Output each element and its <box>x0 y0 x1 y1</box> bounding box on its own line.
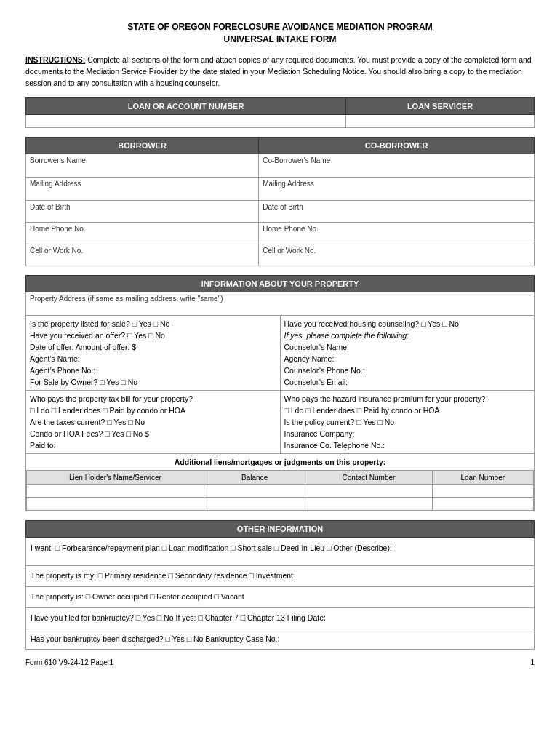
property-counseling-label: Have you received housing counseling? □ … <box>284 318 531 330</box>
borrower-name-label: Borrower's Name <box>30 156 255 164</box>
liens-col1-header: Lien Holder's Name/Servicer <box>27 471 204 485</box>
liens-col3-header: Contact Number <box>305 471 432 485</box>
borrower-address-label: Mailing Address <box>30 180 255 188</box>
footer: Form 610 V9-24-12 Page 1 1 <box>25 658 535 666</box>
loan-servicer-value[interactable] <box>346 115 535 128</box>
liens-row1-name[interactable] <box>27 485 204 498</box>
property-insurance-label: Who pays the hazard insurance premium fo… <box>284 393 531 405</box>
title-line2: UNIVERSAL INTAKE FORM <box>25 34 535 44</box>
other-info-line3: The property is: □ Owner occupied □ Rent… <box>26 586 535 607</box>
property-policy-current-label: Is the policy current? □ Yes □ No <box>284 416 531 428</box>
borrower-table: BORROWER CO-BORROWER Borrower's Name Co-… <box>25 137 535 266</box>
coborrower-header: CO-BORROWER <box>259 138 535 154</box>
property-left-listing: Is the property listed for sale? □ Yes □… <box>26 316 281 391</box>
liens-row-1 <box>27 485 534 498</box>
liens-row1-contact[interactable] <box>305 485 432 498</box>
loan-account-value[interactable] <box>26 115 346 128</box>
coborrower-address-cell: Mailing Address <box>259 178 535 201</box>
property-tax-current-label: Are the taxes current? □ Yes □ No <box>30 416 276 428</box>
property-agent-phone-label: Agent’s Phone No.: <box>30 364 276 376</box>
liens-row2-name[interactable] <box>27 498 204 511</box>
borrower-cell-cell: Cell or Work No. <box>26 244 259 266</box>
coborrower-address-label: Mailing Address <box>263 180 530 188</box>
other-info-header: OTHER INFORMATION <box>26 521 535 538</box>
other-info-line2: The property is my: □ Primary residence … <box>26 566 535 587</box>
property-address-label: Property Address (if same as mailing add… <box>30 295 530 303</box>
coborrower-dob-label: Date of Birth <box>263 203 530 211</box>
title-line1: STATE OF OREGON FORECLOSURE AVOIDANCE ME… <box>25 22 535 32</box>
liens-header-cell: Additional liens/mortgages or judgments … <box>26 454 535 471</box>
loan-table: LOAN OR ACCOUNT NUMBER LOAN SERVICER <box>25 97 535 128</box>
property-header: INFORMATION ABOUT YOUR PROPERTY <box>26 276 535 292</box>
property-ifyes-label: If yes, please complete the following: <box>284 330 531 341</box>
other-info-line4: Have you filed for bankruptcy? □ Yes □ N… <box>26 607 535 629</box>
property-tax-cell: Who pays the property tax bill for your … <box>26 391 281 454</box>
property-counselor-name-label: Counselor’s Name: <box>284 341 531 353</box>
property-counselor-email-label: Counselor’s Email: <box>284 376 531 388</box>
property-counselor-phone-label: Counselor’s Phone No.: <box>284 364 531 376</box>
liens-cols-cell: Lien Holder's Name/Servicer Balance Cont… <box>26 471 535 511</box>
borrower-cell-label: Cell or Work No. <box>30 247 255 255</box>
liens-col4-header: Loan Number <box>432 471 533 485</box>
property-offer-label: Have you received an offer? □ Yes □ No <box>30 330 276 341</box>
other-info-line1: I want: □ Forbearance/repayment plan □ L… <box>26 538 535 566</box>
liens-row-2 <box>27 498 534 511</box>
loan-servicer-header: LOAN SERVICER <box>346 98 535 115</box>
coborrower-dob-cell: Date of Birth <box>259 201 535 223</box>
borrower-header: BORROWER <box>26 138 259 154</box>
other-info-table: OTHER INFORMATION I want: □ Forbearance/… <box>25 520 535 650</box>
property-agent-name-label: Agent’s Name: <box>30 353 276 364</box>
footer-right: 1 <box>530 658 535 666</box>
coborrower-name-label: Co-Borrower's Name <box>263 156 530 164</box>
property-right-counseling: Have you received housing counseling? □ … <box>280 316 535 391</box>
property-address-cell: Property Address (if same as mailing add… <box>26 292 535 316</box>
other-info-line5: Has your bankruptcy been discharged? □ Y… <box>26 629 535 650</box>
liens-row1-balance[interactable] <box>204 485 305 498</box>
loan-account-header: LOAN OR ACCOUNT NUMBER <box>26 98 346 115</box>
property-offer-date-label: Date of offer: Amount of offer: $ <box>30 341 276 353</box>
borrower-name-cell: Borrower's Name <box>26 154 259 178</box>
liens-row2-contact[interactable] <box>305 498 432 511</box>
coborrower-cell-cell: Cell or Work No. <box>259 244 535 266</box>
coborrower-phone-cell: Home Phone No. <box>259 223 535 244</box>
property-insurance-cell: Who pays the hazard insurance premium fo… <box>280 391 535 454</box>
coborrower-cell-label: Cell or Work No. <box>263 247 530 255</box>
liens-row1-loan[interactable] <box>432 485 533 498</box>
borrower-dob-label: Date of Birth <box>30 203 255 211</box>
liens-row2-balance[interactable] <box>204 498 305 511</box>
property-agency-label: Agency Name: <box>284 353 531 364</box>
liens-col2-header: Balance <box>204 471 305 485</box>
liens-row2-loan[interactable] <box>432 498 533 511</box>
coborrower-name-cell: Co-Borrower's Name <box>259 154 535 178</box>
borrower-address-cell: Mailing Address <box>26 178 259 201</box>
property-tax-label: Who pays the property tax bill for your … <box>30 393 276 405</box>
property-tax-payer-label: □ I do □ Lender does □ Paid by condo or … <box>30 405 276 416</box>
property-paidto-label: Paid to: <box>30 439 276 451</box>
borrower-phone-cell: Home Phone No. <box>26 223 259 244</box>
property-insurance-company-label: Insurance Company: <box>284 428 531 439</box>
instructions: INSTRUCTIONS: Complete all sections of t… <box>25 55 535 89</box>
borrower-dob-cell: Date of Birth <box>26 201 259 223</box>
property-insurance-phone-label: Insurance Co. Telephone No.: <box>284 439 531 451</box>
property-insurance-payer-label: □ I do □ Lender does □ Paid by condo or … <box>284 405 531 416</box>
coborrower-phone-label: Home Phone No. <box>263 225 530 233</box>
property-fsbo-label: For Sale by Owner? □ Yes □ No <box>30 376 276 388</box>
property-listed-label: Is the property listed for sale? □ Yes □… <box>30 318 276 330</box>
property-hoa-label: Condo or HOA Fees? □ Yes □ No $ <box>30 428 276 439</box>
liens-inner-table: Lien Holder's Name/Servicer Balance Cont… <box>26 471 534 511</box>
footer-left: Form 610 V9-24-12 Page 1 <box>25 658 113 666</box>
property-table: INFORMATION ABOUT YOUR PROPERTY Property… <box>25 275 535 511</box>
borrower-phone-label: Home Phone No. <box>30 225 255 233</box>
